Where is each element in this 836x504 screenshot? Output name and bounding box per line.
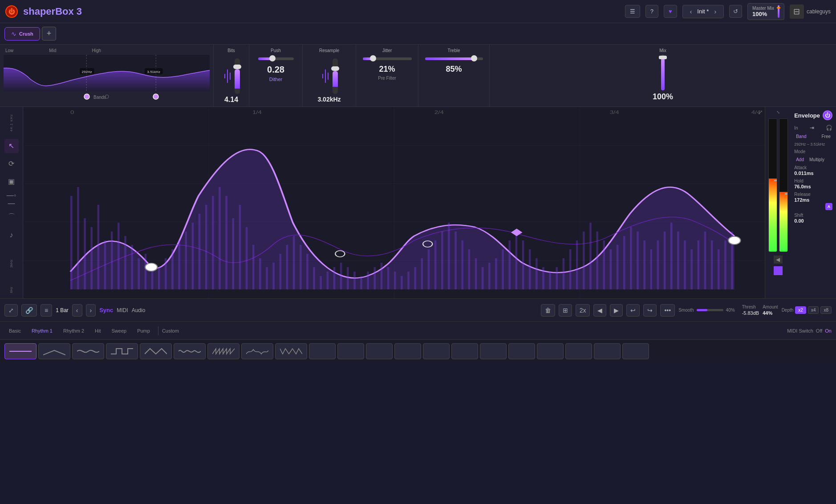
sync-button[interactable]: Sync <box>99 307 113 313</box>
pat-btn-custom-8[interactable] <box>508 343 535 359</box>
trash-button[interactable]: 🗑 <box>541 304 555 317</box>
svg-rect-59 <box>360 276 362 289</box>
pat-btn-multi1[interactable] <box>207 343 239 359</box>
play-rev-button[interactable]: ◀ <box>593 304 606 317</box>
pattern-tab-sweep[interactable]: Sweep <box>107 327 131 335</box>
grid-button[interactable]: ⊞ <box>559 304 572 317</box>
pat-btn-custom-4[interactable] <box>394 343 421 359</box>
jitter-slider[interactable] <box>363 57 412 60</box>
pat-btn-slope[interactable] <box>38 343 70 359</box>
add-band-button[interactable]: + <box>42 27 57 41</box>
pat-btn-flat[interactable] <box>4 343 37 359</box>
pattern-tab-basic[interactable]: Basic <box>4 327 25 335</box>
svg-rect-81 <box>508 240 511 289</box>
smooth-area: Smooth 40% <box>678 308 735 313</box>
in-label: In <box>794 126 798 130</box>
svg-rect-19 <box>90 227 93 289</box>
play-fwd-button[interactable]: ▶ <box>610 304 623 317</box>
logo-icon: ⊟ <box>790 4 804 19</box>
meters <box>768 118 788 252</box>
midi-off-button[interactable]: Off <box>816 328 822 333</box>
expand-transport-button[interactable]: ⤢ <box>4 304 18 317</box>
pat-btn-custom-2[interactable] <box>337 343 364 359</box>
spectrum-viz[interactable]: 292Hz 3.51kHz <box>4 55 210 91</box>
bits-slider[interactable] <box>235 58 240 94</box>
svg-rect-67 <box>414 267 416 289</box>
meter-bar-2 <box>779 118 788 252</box>
pattern-tab-pump[interactable]: Pump <box>133 327 154 335</box>
favorite-button[interactable]: ♥ <box>664 5 677 18</box>
node-tool-button[interactable]: —◦— <box>4 192 19 207</box>
audio-button[interactable]: Audio <box>132 307 146 313</box>
preset-next-button[interactable]: › <box>711 7 719 16</box>
mix-slider[interactable] <box>661 55 665 90</box>
pat-btn-zigzag[interactable] <box>275 343 307 359</box>
zoom-button[interactable]: 2x <box>576 304 590 317</box>
undo-button[interactable]: ↩ <box>626 304 640 317</box>
depth-x4-button[interactable]: x4 <box>808 306 819 314</box>
headphones-icon[interactable]: 🎧 <box>826 125 832 131</box>
add-mode[interactable]: Add <box>794 157 806 163</box>
pat-btn-sine[interactable] <box>174 343 206 359</box>
menu-button[interactable]: ☰ <box>625 5 640 18</box>
preset-prev-button[interactable]: ‹ <box>687 7 695 16</box>
pat-btn-custom-12[interactable] <box>622 343 649 359</box>
svg-rect-99 <box>630 227 632 289</box>
select-tool-button[interactable]: ↖ <box>4 139 19 153</box>
treble-slider[interactable] <box>425 57 483 60</box>
pat-btn-triangle[interactable] <box>140 343 172 359</box>
depth-x2-button[interactable]: x2 <box>795 306 806 314</box>
curve-tool-button[interactable]: ⟳ <box>4 157 19 171</box>
pat-btn-custom-9[interactable] <box>537 343 564 359</box>
pat-btn-square[interactable] <box>106 343 138 359</box>
pat-btn-custom-7[interactable] <box>480 343 507 359</box>
list-button[interactable]: ≡ <box>41 304 52 317</box>
envelope-canvas[interactable]: ⤢ 0 1/4 2/4 3/4 4/4 <box>23 107 765 298</box>
svg-rect-83 <box>522 240 524 289</box>
band-option[interactable]: Band <box>794 134 808 139</box>
master-mix-bar[interactable] <box>778 5 779 18</box>
redo-button[interactable]: ↪ <box>643 304 657 317</box>
midi-button[interactable]: MIDI <box>117 307 128 313</box>
pat-btn-custom-1[interactable] <box>309 343 336 359</box>
selection-tool-button[interactable]: ▣ <box>4 175 19 189</box>
input-icon[interactable]: ⇥ <box>810 125 814 131</box>
pat-btn-custom-3[interactable] <box>366 343 393 359</box>
band-tab-crush[interactable]: ∿ Crush <box>4 27 40 41</box>
multiply-mode[interactable]: Multiply <box>808 157 826 163</box>
depth-x8-button[interactable]: x8 <box>820 306 832 314</box>
push-slider[interactable] <box>258 57 294 60</box>
cp-2 <box>145 263 157 271</box>
expand-button[interactable]: ⤢ <box>758 109 763 116</box>
midi-on-button[interactable]: On <box>825 328 832 333</box>
pat-btn-custom-6[interactable] <box>451 343 478 359</box>
pattern-tab-rhythm1[interactable]: Rhythm 1 <box>27 327 57 335</box>
pattern-tab-rhythm2[interactable]: Rhythm 2 <box>59 327 89 335</box>
svg-rect-96 <box>610 249 612 289</box>
treble-value: 85% <box>446 65 462 74</box>
pat-btn-multi2[interactable] <box>241 343 273 359</box>
a-button[interactable]: A <box>825 203 832 210</box>
bar-next-button[interactable]: › <box>86 304 96 317</box>
release-row: Release 172ms A <box>794 192 832 210</box>
envelope-power-button[interactable]: ⏻ <box>823 110 832 120</box>
resample-slider[interactable] <box>333 58 338 94</box>
meter-arrow-left[interactable]: ◀ <box>774 256 783 264</box>
refresh-button[interactable]: ↺ <box>729 5 742 18</box>
svg-rect-30 <box>165 258 167 289</box>
more-button[interactable]: ••• <box>660 304 675 317</box>
link-button[interactable]: 🔗 <box>21 304 37 317</box>
smooth-tool-button[interactable]: ⌒ <box>4 210 19 224</box>
power-button[interactable]: ⏻ <box>5 5 18 18</box>
pat-btn-wave[interactable] <box>72 343 104 359</box>
free-option[interactable]: Free <box>820 134 832 139</box>
svg-rect-29 <box>158 267 160 289</box>
bar-prev-button[interactable]: ‹ <box>72 304 82 317</box>
note-tool-button[interactable]: ♪ <box>4 228 19 242</box>
pattern-tab-hit[interactable]: Hit <box>90 327 105 335</box>
smooth-slider[interactable] <box>697 309 723 311</box>
pat-btn-custom-5[interactable] <box>423 343 450 359</box>
pat-btn-custom-11[interactable] <box>594 343 621 359</box>
help-button[interactable]: ? <box>645 5 658 18</box>
pat-btn-custom-10[interactable] <box>565 343 592 359</box>
